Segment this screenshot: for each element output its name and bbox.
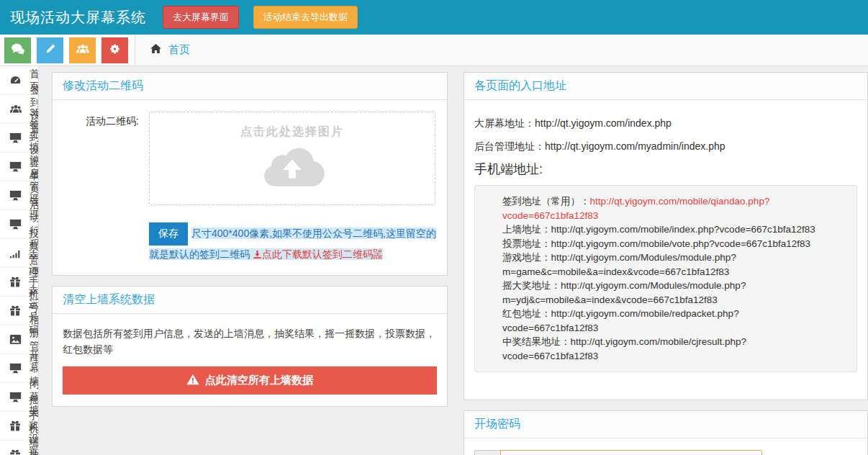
qrcode-panel-title: 修改活动二维码 <box>53 73 447 100</box>
edit-button[interactable] <box>37 37 63 63</box>
image-icon <box>9 334 22 345</box>
wall-address-line: 上墙地址：http://qt.yigoym.com/mobile/index.p… <box>502 222 851 237</box>
result-vcode-line: vcode=667c1bfa12f83 <box>502 349 851 364</box>
big-screen-label: 大屏幕地址： <box>474 117 535 129</box>
comments-icon <box>11 42 25 58</box>
password-panel-title: 开场密码 <box>464 411 867 438</box>
sidebar-nav: 首页 签到设置 3D签到设置 上墙消息管理 单页管理 活动行程 投票管理 <box>0 66 39 455</box>
go-big-screen-button[interactable]: 去大屏幕界面 <box>163 6 239 29</box>
redpacket-address-line: 红包地址：http://qt.yigoym.com/mobile/redpack… <box>502 307 851 321</box>
opening-password-input[interactable] <box>500 450 762 455</box>
gift-icon <box>9 420 21 431</box>
export-data-button[interactable]: 活动结束去导出数据 <box>253 6 358 29</box>
qiandao-address-line: 签到地址（常用）：http://qt.yigoym.com/mobile/qia… <box>502 194 851 209</box>
entry-urls-panel: 各页面的入口地址 大屏幕地址：http://qt.yigoym.com/inde… <box>464 72 868 400</box>
shake-address-line: 摇大奖地址：http://qt.yigoym.com/Modules/modul… <box>502 279 851 293</box>
settings-button[interactable] <box>101 37 128 63</box>
clear-all-data-button[interactable]: 点此清空所有上墙数据 <box>63 366 437 395</box>
left-column: 修改活动二维码 活动二维码: 点击此处选择图片 保存尺寸400*400像素,如果… <box>52 72 448 417</box>
big-screen-url: http://qt.yigoym.com/index.php <box>535 117 672 129</box>
shake-address-line2: m=ydj&c=mobile&a=index&vcode=667c1bfa12f… <box>502 293 851 307</box>
breadcrumb: 首页 <box>135 35 868 66</box>
home-icon <box>150 43 162 57</box>
warning-icon <box>186 374 199 387</box>
users-button[interactable] <box>69 37 96 63</box>
app-title: 现场活动大屏幕系统 <box>10 8 150 27</box>
cloud-upload-icon <box>256 177 328 189</box>
gift-icon <box>9 305 21 316</box>
comments-button[interactable] <box>4 37 31 63</box>
result-address-line: 中奖结果地址：http://qt.yigoym.com/mobile/cjres… <box>502 335 851 349</box>
gift-icon <box>9 449 21 455</box>
bar-chart-icon <box>9 248 21 258</box>
admin-address-line: 后台管理地址：http://qt.yigoym.com/myadmin/inde… <box>474 140 857 153</box>
desktop-icon <box>9 363 22 374</box>
desktop-icon <box>9 132 22 143</box>
admin-url: http://qt.yigoym.com/myadmin/index.php <box>545 140 725 152</box>
gift-icon <box>9 276 21 287</box>
right-column: 各页面的入口地址 大屏幕地址：http://qt.yigoym.com/inde… <box>464 72 868 455</box>
qrcode-upload-dropzone[interactable]: 点击此处选择图片 <box>149 112 435 205</box>
desktop-icon <box>9 219 22 230</box>
lock-icon <box>474 450 500 455</box>
save-button[interactable]: 保存 <box>149 222 188 245</box>
users-icon <box>9 104 22 114</box>
content-area: 修改活动二维码 活动二维码: 点击此处选择图片 保存尺寸400*400像素,如果… <box>39 66 868 455</box>
cogs-icon <box>109 43 121 58</box>
entry-panel-title: 各页面的入口地址 <box>464 73 867 100</box>
mobile-address-heading: 手机端地址: <box>474 161 857 178</box>
download-icon <box>253 248 262 260</box>
qiandao-vcode-line: vcode=667c1bfa12f83 <box>502 209 851 223</box>
save-row: 保存尺寸400*400像素,如果不使用公众号二维码,这里留空的就是默认的签到二维… <box>149 222 440 263</box>
game-address-line: 游戏地址：http://qt.yigoym.com/Modules/module… <box>502 251 851 265</box>
dashboard-icon <box>9 75 22 86</box>
upload-placeholder-text: 点击此处选择图片 <box>150 125 435 140</box>
game-address-line2: m=game&c=mobile&a=index&vcode=667c1bfa12… <box>502 265 851 279</box>
redpacket-vcode-line: vcode=667c1bfa12f83 <box>502 321 851 335</box>
download-default-qrcode-link[interactable]: 点此下载默认签到二维码噐 <box>253 248 383 260</box>
sidebar-item-label: 手机端抽奖设置 <box>29 410 39 455</box>
desktop-icon <box>9 392 22 402</box>
pencil-icon <box>45 43 56 58</box>
qrcode-panel: 修改活动二维码 活动二维码: 点击此处选择图片 保存尺寸400*400像素,如果… <box>52 72 448 276</box>
opening-password-panel: 开场密码 <box>464 410 868 455</box>
clear-panel-description: 数据包括所有签到用户信息，发送的上墙消息，抽奖结果，摇一摇数据，投票数据，红包数… <box>63 325 437 357</box>
desktop-icon <box>9 161 22 172</box>
toolbar-row: 首页 <box>0 35 868 66</box>
qiandao-link[interactable]: http://qt.yigoym.com/mobile/qiandao.php? <box>590 196 770 207</box>
main-area: 首页 签到设置 3D签到设置 上墙消息管理 单页管理 活动行程 投票管理 <box>0 66 868 455</box>
clear-data-panel: 清空上墙系统数据 数据包括所有签到用户信息，发送的上墙消息，抽奖结果，摇一摇数据… <box>52 286 448 407</box>
desktop-icon <box>9 190 22 201</box>
big-screen-address-line: 大屏幕地址：http://qt.yigoym.com/index.php <box>474 117 857 130</box>
admin-label: 后台管理地址： <box>474 140 545 152</box>
top-header-bar: 现场活动大屏幕系统 去大屏幕界面 活动结束去导出数据 <box>0 0 868 35</box>
mobile-urls-box: 签到地址（常用）：http://qt.yigoym.com/mobile/qia… <box>474 185 857 372</box>
quick-icon-strip <box>0 35 135 66</box>
users-icon <box>76 43 90 58</box>
sidebar-item-mobile-lottery[interactable]: 手机端抽奖设置 <box>0 441 38 455</box>
qrcode-field-label: 活动二维码: <box>63 112 149 205</box>
vote-address-line: 投票地址：http://qt.yigoym.com/mobile/vote.ph… <box>502 237 851 251</box>
password-input-group <box>474 450 762 455</box>
clear-panel-title: 清空上墙系统数据 <box>53 287 447 314</box>
breadcrumb-home-link[interactable]: 首页 <box>168 43 190 57</box>
